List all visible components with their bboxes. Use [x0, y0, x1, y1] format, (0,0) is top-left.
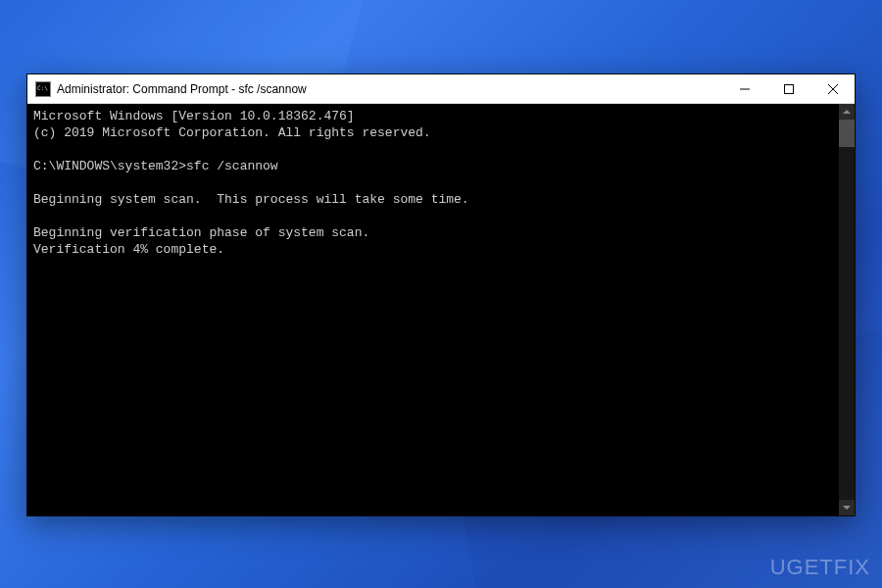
- output-line: Microsoft Windows [Version 10.0.18362.47…: [33, 109, 355, 123]
- minimize-icon: [740, 84, 750, 94]
- window-controls: [722, 74, 855, 103]
- scroll-thumb[interactable]: [839, 120, 855, 147]
- svg-rect-1: [784, 84, 793, 93]
- scrollbar[interactable]: [839, 104, 855, 515]
- window-title: Administrator: Command Prompt - sfc /sca…: [57, 82, 722, 96]
- chevron-up-icon: [843, 110, 851, 114]
- watermark: UGETFIX: [770, 555, 870, 580]
- terminal-output: Microsoft Windows [Version 10.0.18362.47…: [27, 104, 855, 262]
- output-line: (c) 2019 Microsoft Corporation. All righ…: [33, 125, 431, 140]
- close-icon: [828, 84, 838, 94]
- scroll-down-button[interactable]: [839, 500, 855, 515]
- close-button[interactable]: [810, 74, 855, 103]
- terminal-area[interactable]: Microsoft Windows [Version 10.0.18362.47…: [27, 104, 855, 515]
- maximize-icon: [784, 84, 794, 94]
- minimize-button[interactable]: [722, 74, 766, 103]
- command-prompt-window: Administrator: Command Prompt - sfc /sca…: [26, 74, 856, 516]
- prompt-line: C:\WINDOWS\system32>sfc /scannow: [33, 159, 278, 173]
- chevron-down-icon: [843, 506, 851, 510]
- output-line: Beginning verification phase of system s…: [33, 225, 369, 240]
- svg-marker-5: [843, 506, 851, 510]
- scroll-up-button[interactable]: [839, 104, 855, 120]
- svg-marker-4: [843, 110, 851, 114]
- output-line: Beginning system scan. This process will…: [33, 192, 469, 207]
- maximize-button[interactable]: [766, 74, 810, 103]
- cmd-icon: [35, 81, 51, 97]
- titlebar[interactable]: Administrator: Command Prompt - sfc /sca…: [27, 74, 855, 104]
- output-line: Verification 4% complete.: [33, 242, 224, 257]
